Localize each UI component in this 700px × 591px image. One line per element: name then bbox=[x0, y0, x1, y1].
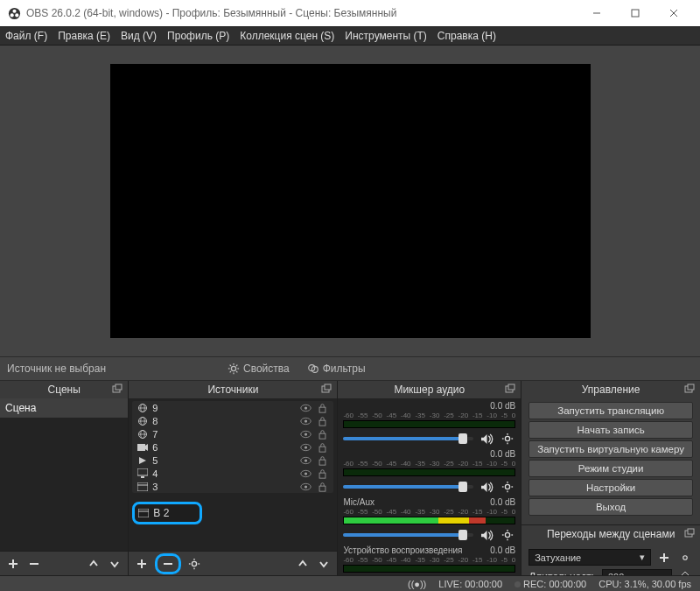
control-button[interactable]: Выход bbox=[528, 498, 693, 516]
popout-icon[interactable] bbox=[684, 383, 696, 396]
lock-toggle[interactable] bbox=[316, 468, 328, 480]
duration-input[interactable]: 300 ms bbox=[602, 569, 672, 575]
source-item[interactable]: 3 bbox=[132, 480, 333, 493]
popout-icon[interactable] bbox=[321, 383, 333, 396]
mixer-title: Микшер аудио bbox=[394, 383, 465, 396]
preview-canvas[interactable] bbox=[110, 64, 591, 338]
visibility-toggle[interactable] bbox=[299, 454, 312, 467]
visibility-toggle[interactable] bbox=[299, 441, 312, 454]
svg-point-3 bbox=[15, 13, 18, 17]
channel-db: 0.0 dB bbox=[490, 449, 515, 459]
lock-toggle[interactable] bbox=[316, 441, 328, 454]
status-live: LIVE: 00:00:00 bbox=[438, 579, 502, 589]
source-toolbar: Источник не выбран Свойства Фильтры bbox=[0, 356, 700, 381]
maximize-button[interactable] bbox=[616, 1, 654, 25]
menu-profile[interactable]: Профиль (P) bbox=[167, 30, 229, 42]
svg-marker-49 bbox=[139, 457, 146, 464]
popout-icon[interactable] bbox=[684, 528, 696, 540]
visibility-toggle[interactable] bbox=[299, 428, 312, 440]
channel-settings-button[interactable] bbox=[500, 479, 515, 495]
source-item[interactable]: 4 bbox=[132, 467, 333, 480]
visibility-toggle[interactable] bbox=[299, 415, 312, 427]
volume-slider[interactable] bbox=[343, 533, 473, 537]
lock-toggle[interactable] bbox=[316, 454, 328, 467]
remove-scene-button[interactable] bbox=[26, 556, 42, 572]
lock-toggle[interactable] bbox=[316, 415, 328, 427]
source-item[interactable]: 8 bbox=[132, 414, 333, 427]
mute-button[interactable] bbox=[479, 479, 494, 495]
chevron-down-icon: ▾ bbox=[640, 552, 645, 563]
source-down-button[interactable] bbox=[316, 556, 332, 572]
svg-point-88 bbox=[506, 532, 510, 537]
status-rec: REC: 00:00:00 bbox=[514, 579, 586, 589]
popout-icon[interactable] bbox=[112, 383, 124, 396]
scene-down-button[interactable] bbox=[107, 556, 122, 572]
control-button[interactable]: Запустить трансляцию bbox=[528, 402, 693, 419]
filters-button[interactable]: Фильтры bbox=[302, 361, 371, 376]
visibility-toggle[interactable] bbox=[299, 402, 312, 414]
control-button[interactable]: Настройки bbox=[528, 479, 693, 496]
source-item-highlighted[interactable]: В 2 bbox=[132, 502, 202, 524]
audio-meter bbox=[343, 517, 515, 524]
visibility-toggle[interactable] bbox=[299, 481, 312, 493]
remove-source-button[interactable] bbox=[160, 556, 176, 572]
lock-toggle[interactable] bbox=[316, 481, 328, 493]
transition-settings-button[interactable] bbox=[677, 550, 693, 566]
svg-line-13 bbox=[230, 365, 231, 366]
control-button[interactable]: Начать запись bbox=[528, 421, 693, 439]
close-button[interactable] bbox=[654, 1, 693, 25]
svg-rect-63 bbox=[138, 509, 149, 517]
control-button[interactable]: Режим студии bbox=[528, 460, 693, 477]
control-button[interactable]: Запустить виртуальную камеру bbox=[528, 440, 693, 458]
scene-up-button[interactable] bbox=[86, 556, 102, 572]
svg-point-51 bbox=[304, 459, 307, 461]
lock-toggle[interactable] bbox=[316, 428, 328, 440]
channel-settings-button[interactable] bbox=[500, 431, 515, 447]
svg-point-76 bbox=[506, 436, 510, 440]
globe-icon bbox=[137, 403, 148, 413]
popout-icon[interactable] bbox=[505, 383, 517, 396]
duration-stepper[interactable] bbox=[677, 569, 693, 575]
source-up-button[interactable] bbox=[295, 556, 311, 572]
menu-help[interactable]: Справка (H) bbox=[438, 30, 496, 42]
svg-point-1 bbox=[12, 9, 16, 12]
volume-slider[interactable] bbox=[343, 437, 473, 440]
play-icon bbox=[137, 455, 148, 466]
svg-rect-48 bbox=[319, 447, 326, 452]
controls-panel: Управление Запустить трансляциюНачать за… bbox=[521, 381, 700, 575]
source-properties-button[interactable] bbox=[186, 556, 202, 572]
visibility-toggle[interactable] bbox=[299, 468, 312, 480]
svg-rect-25 bbox=[325, 384, 331, 390]
svg-point-68 bbox=[192, 561, 197, 566]
source-item[interactable]: 7 bbox=[132, 427, 333, 440]
menu-view[interactable]: Вид (V) bbox=[121, 30, 157, 42]
menu-tools[interactable]: Инструменты (T) bbox=[345, 30, 426, 42]
add-source-button[interactable] bbox=[134, 556, 150, 572]
add-transition-button[interactable] bbox=[656, 550, 672, 566]
source-item[interactable]: 5 bbox=[132, 454, 333, 467]
scenes-title: Сцены bbox=[48, 383, 80, 396]
menu-edit[interactable]: Правка (E) bbox=[58, 30, 110, 42]
minimize-button[interactable] bbox=[578, 1, 616, 25]
transition-select[interactable]: Затухание ▾ bbox=[528, 549, 651, 566]
mute-button[interactable] bbox=[479, 431, 494, 447]
camera-icon bbox=[137, 442, 148, 453]
sources-title: Источники bbox=[207, 383, 258, 396]
source-item[interactable]: 6 bbox=[132, 440, 333, 454]
svg-rect-20 bbox=[116, 384, 122, 390]
menu-file[interactable]: Файл (F) bbox=[5, 30, 47, 42]
channel-settings-button[interactable] bbox=[500, 527, 515, 543]
menu-scene-collection[interactable]: Коллекция сцен (S) bbox=[240, 30, 334, 42]
source-item[interactable]: 9 bbox=[132, 401, 333, 414]
properties-button[interactable]: Свойства bbox=[222, 361, 295, 376]
add-scene-button[interactable] bbox=[5, 556, 21, 572]
volume-slider[interactable] bbox=[343, 485, 473, 489]
lock-toggle[interactable] bbox=[316, 402, 328, 414]
scene-item[interactable]: Сцена bbox=[0, 398, 128, 418]
audio-meter bbox=[343, 565, 515, 573]
svg-point-36 bbox=[304, 419, 307, 422]
mute-button[interactable] bbox=[479, 527, 494, 543]
svg-rect-43 bbox=[319, 433, 326, 439]
window-icon bbox=[138, 509, 149, 517]
svg-rect-57 bbox=[319, 473, 326, 478]
